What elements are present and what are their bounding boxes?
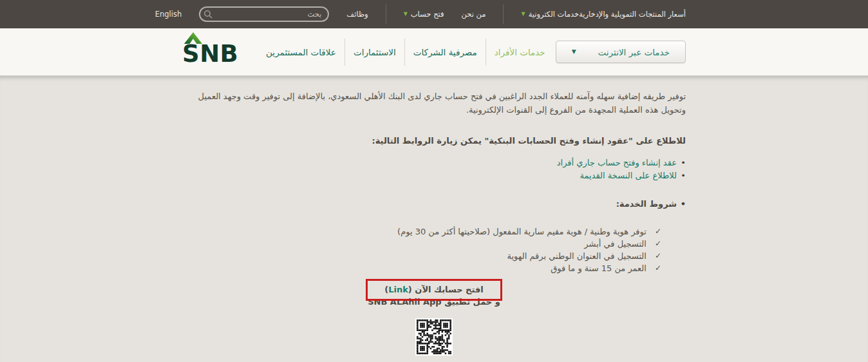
content-container: توفير طريقه إضافية سهله وآمنه للعملاء ال…	[182, 76, 686, 356]
snb-logo-chevron-icon	[183, 32, 203, 44]
topbar-item-label: وظائف	[346, 10, 368, 19]
chevron-down-icon: ▼	[572, 49, 576, 55]
links-heading: للاطلاع على "عقود إنشاء وفتح الحسابات ال…	[182, 136, 686, 146]
check-icon: ✓	[655, 238, 661, 250]
list-item: ✓ العمر من 15 سنة و ما فوق	[182, 262, 661, 274]
nav-item-corporate-banking[interactable]: مصرفية الشركات	[413, 47, 477, 57]
nav-item-investments[interactable]: الاستثمارات	[354, 47, 396, 57]
list-item: ✓ توفر هوية وطنية / هوية مقيم سارية المف…	[182, 225, 661, 238]
qr-section	[182, 318, 686, 356]
nav-item-investor-relations[interactable]: علاقات المستثمرين	[266, 47, 336, 57]
topbar-item-label: خدمات الكترونية	[529, 10, 580, 19]
terms-heading-label: شروط الخدمة:	[616, 199, 677, 209]
snb-logo-text: SNB	[182, 42, 238, 66]
topbar-divider	[503, 5, 504, 24]
list-item: ✓ التسجيل في العنوان الوطني برقم الهوية	[182, 250, 661, 262]
page-body: توفير طريقه إضافية سهله وآمنه للعملاء ال…	[0, 76, 868, 362]
topbar-item-about-us[interactable]: من نحن	[462, 10, 486, 19]
nav-item-personal-banking[interactable]: خدمات الأفراد	[495, 47, 545, 57]
term-text: التسجيل في العنوان الوطني برقم الهوية	[507, 250, 646, 262]
online-services-button[interactable]: خدمات عبر الانترنت ▼	[556, 41, 686, 63]
nav-divider	[486, 39, 486, 66]
term-text: توفر هوية وطنية / هوية مقيم سارية المفعو…	[397, 225, 646, 238]
link-old-version[interactable]: للاطلاع على النسخة القديمة	[580, 171, 677, 180]
nav-divider	[404, 39, 405, 66]
search-icon	[203, 10, 212, 19]
terms-heading: • شروط الخدمة:	[182, 199, 686, 209]
topbar-item-product-rates[interactable]: أسعار المنتجات التمويلية والإدخارية	[579, 10, 686, 19]
contract-links-list: • عقد إنشاء وفتح حساب جاري أفراد • للاطل…	[182, 157, 686, 182]
nav-divider	[344, 39, 345, 66]
chevron-down-icon: ▼	[521, 12, 525, 17]
red-highlight-box	[366, 279, 502, 301]
bullet-icon: •	[681, 157, 686, 169]
main-header: خدمات عبر الانترنت ▼ خدمات الأفراد مصرفي…	[0, 28, 868, 76]
topbar-item-eservices[interactable]: خدمات الكترونية ▼	[521, 10, 579, 19]
language-switch-english[interactable]: English	[155, 10, 182, 19]
search-input[interactable]	[199, 6, 329, 22]
topbar-divider	[386, 5, 386, 24]
bullet-icon: •	[681, 199, 686, 209]
open-account-cta: افتح حسابك الآن (Link) و حمل تطبيق SNB A…	[182, 284, 686, 307]
list-item: ✓ التسجيل في أبشر	[182, 238, 661, 250]
snb-logo[interactable]: SNB	[182, 32, 238, 73]
intro-paragraph: توفير طريقه إضافية سهله وآمنه للعملاء ال…	[182, 90, 686, 117]
list-item: • للاطلاع على النسخة القديمة	[182, 169, 686, 182]
terms-checklist: ✓ توفر هوية وطنية / هوية مقيم سارية المف…	[182, 225, 686, 274]
chevron-down-icon: ▼	[404, 12, 408, 17]
utility-topbar: أسعار المنتجات التمويلية والإدخارية خدما…	[0, 0, 868, 28]
topbar-item-open-account[interactable]: فتح حساب ▼	[404, 10, 444, 19]
check-icon: ✓	[655, 262, 661, 274]
topbar-container: أسعار المنتجات التمويلية والإدخارية خدما…	[182, 0, 686, 28]
check-icon: ✓	[655, 250, 661, 262]
check-icon: ✓	[655, 225, 661, 238]
search-box	[199, 6, 329, 22]
bullet-icon: •	[681, 169, 686, 182]
topbar-item-label: أسعار المنتجات التمويلية والإدخارية	[579, 10, 686, 19]
online-services-label: خدمات عبر الانترنت	[598, 47, 670, 57]
link-account-contract[interactable]: عقد إنشاء وفتح حساب جاري أفراد	[557, 158, 677, 167]
term-text: التسجيل في أبشر	[584, 238, 646, 250]
qr-code-image	[415, 318, 453, 356]
term-text: العمر من 15 سنة و ما فوق	[551, 262, 646, 274]
list-item: • عقد إنشاء وفتح حساب جاري أفراد	[182, 157, 686, 169]
topbar-item-jobs[interactable]: وظائف	[346, 10, 368, 19]
header-container: خدمات عبر الانترنت ▼ خدمات الأفراد مصرفي…	[182, 28, 686, 75]
topbar-item-label: فتح حساب	[411, 10, 444, 19]
topbar-item-label: من نحن	[462, 10, 486, 19]
page: أسعار المنتجات التمويلية والإدخارية خدما…	[0, 0, 868, 362]
